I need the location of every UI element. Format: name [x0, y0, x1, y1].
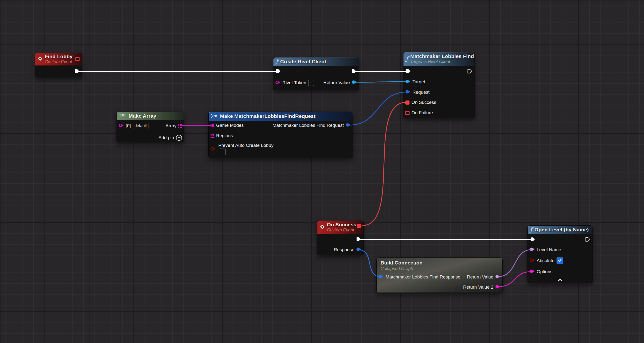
object-pin[interactable]: [352, 80, 357, 85]
node-create-rivet-client[interactable]: ƒ Create Rivet Client Rivet Token Return…: [273, 57, 359, 90]
node-header: Make MatchmakerLobbiesFindRequest: [208, 112, 353, 121]
bool-pin[interactable]: [530, 258, 535, 263]
response-row: Response: [334, 246, 362, 253]
node-title: On Success: [327, 222, 356, 228]
pin-label: Level Name: [537, 247, 561, 252]
exec-out-pin[interactable]: [467, 69, 472, 75]
delegate-pin[interactable]: [357, 224, 361, 228]
absolute-checkbox[interactable]: [556, 257, 563, 264]
node-subtitle: Collapsed Graph: [380, 266, 422, 272]
node-title: Open Level (by Name): [534, 227, 589, 233]
collapse-chevron-icon[interactable]: [558, 278, 563, 283]
node-matchmaker-lobbies-find[interactable]: ƒ Matchmaker Lobbies Find Target is Rive…: [403, 52, 475, 118]
node-subtitle: Custom Event: [327, 228, 356, 233]
node-title: Find Lobby: [45, 53, 72, 59]
delegate-pin[interactable]: [76, 57, 80, 61]
pin-label: Request: [412, 90, 430, 95]
pin-label: Game Modes: [216, 123, 244, 128]
array-pin[interactable]: [210, 134, 214, 138]
node-title: Build Connection: [380, 260, 422, 266]
rivet-token-input[interactable]: [308, 80, 314, 86]
pin-label: Return Value 2: [463, 285, 494, 290]
target-row: Target: [406, 78, 425, 85]
exec-out-row: [585, 236, 590, 244]
pin-label: Array: [166, 123, 176, 128]
add-pin-row: Add pin: [158, 134, 182, 141]
node-header: Build Connection Collapsed Graph: [380, 260, 422, 272]
node-find-lobby-header: Find Lobby Custom Event: [35, 53, 82, 65]
index0-input[interactable]: default: [133, 123, 148, 129]
add-pin-icon[interactable]: [176, 135, 182, 141]
blueprint-graph-canvas[interactable]: Find Lobby Custom Event ƒ Create Rivet C…: [0, 0, 644, 343]
pin-label: Regions: [216, 133, 233, 138]
node-make-array[interactable]: Make Array [0] default Array Add pin: [116, 112, 184, 142]
node-open-level-by-name[interactable]: ƒ Open Level (by Name) Level Name Absolu…: [528, 225, 593, 283]
name-pin[interactable]: [495, 275, 500, 280]
array-out-row: Array: [166, 122, 182, 129]
return-value-row: Return Value: [467, 274, 501, 281]
make-struct-icon: [211, 114, 218, 119]
custom-event-diamond-icon: [320, 224, 325, 230]
pin-label: Return Value: [467, 274, 494, 280]
regions-row: Regions: [210, 132, 233, 139]
array-pin[interactable]: [178, 124, 182, 128]
wire-returnvalue-to-levelname[interactable]: [498, 250, 532, 277]
node-subtitle: Target is Rivet Client: [410, 59, 474, 64]
pin-label: Rivet Token: [282, 80, 306, 85]
pin-label: Matchmaker Lobbies Find Response: [386, 274, 460, 280]
node-subtitle: Custom Event: [45, 59, 72, 65]
string-pin[interactable]: [495, 285, 500, 290]
absolute-row: Absolute: [530, 257, 563, 264]
options-row: Options: [530, 268, 552, 275]
wire-findrequest-to-request[interactable]: [350, 92, 406, 125]
pin-label: Target: [412, 79, 425, 84]
index0-row: [0] default: [119, 122, 148, 129]
exec-out-pin[interactable]: [585, 237, 590, 243]
bool-pin[interactable]: [210, 147, 216, 152]
node-build-connection[interactable]: Build Connection Collapsed Graph Matchma…: [376, 258, 502, 293]
response-in-row: Matchmaker Lobbies Find Response: [378, 274, 460, 281]
node-header: On Success Custom Event: [318, 221, 363, 234]
delegate-pin[interactable]: [406, 111, 410, 115]
node-title: Make MatchmakerLobbiesFindRequest: [220, 113, 316, 119]
node-title: Make Array: [128, 113, 156, 119]
game-modes-row: Game Modes: [210, 122, 244, 129]
exec-out-row: [467, 68, 472, 75]
wire-delegate-onsuccess-event-to-onsuccess-pin[interactable]: [362, 102, 406, 226]
pin-label: On Failure: [412, 110, 433, 115]
function-icon: ƒ: [276, 58, 278, 64]
pin-label: Options: [537, 269, 552, 274]
node-header: Make Array: [117, 112, 184, 120]
node-title: Matchmaker Lobbies Find: [410, 53, 474, 59]
node-header: ƒ Matchmaker Lobbies Find Target is Rive…: [404, 52, 474, 66]
pin-label: On Success: [412, 100, 436, 105]
function-icon: ƒ: [406, 56, 408, 62]
string-pin[interactable]: [119, 123, 124, 128]
string-pin[interactable]: [275, 80, 280, 85]
add-pin-label: Add pin: [158, 135, 174, 140]
return-value-2-row: Return Value 2: [463, 284, 500, 291]
node-header: ƒ Create Rivet Client: [274, 57, 359, 66]
prevent-auto-create-lobby-checkbox[interactable]: [219, 149, 226, 155]
pin-label: Matchmaker Lobbies Find Request: [272, 123, 344, 128]
rivet-token-row: Rivet Token: [275, 79, 314, 86]
custom-event-diamond-icon: [38, 56, 42, 62]
node-find-lobby[interactable]: Find Lobby Custom Event: [35, 53, 82, 77]
pin-label: Response: [334, 247, 354, 252]
on-success-row: On Success: [406, 99, 436, 106]
function-icon: ƒ: [530, 227, 532, 232]
wire-returnvalue-to-target[interactable]: [353, 82, 406, 82]
node-make-matchmakerlobbiesfindrequest[interactable]: Make MatchmakerLobbiesFindRequest Game M…: [208, 112, 353, 158]
level-name-row: Level Name: [530, 246, 561, 253]
make-array-icon: [119, 113, 126, 119]
node-on-success-event[interactable]: On Success Custom Event Response: [317, 220, 364, 255]
pin-label: Prevent Auto Create Lobby: [218, 143, 274, 148]
pin-label: Absolute: [537, 258, 554, 263]
wire-returnvalue2-to-options[interactable]: [498, 272, 532, 287]
return-value-row: Return Value: [324, 79, 357, 86]
node-header: ƒ Open Level (by Name): [528, 226, 592, 234]
request-out-row: Matchmaker Lobbies Find Request: [272, 122, 351, 129]
pin-label: Return Value: [324, 80, 350, 85]
node-title: Create Rivet Client: [280, 59, 326, 64]
request-row: Request: [406, 89, 430, 96]
